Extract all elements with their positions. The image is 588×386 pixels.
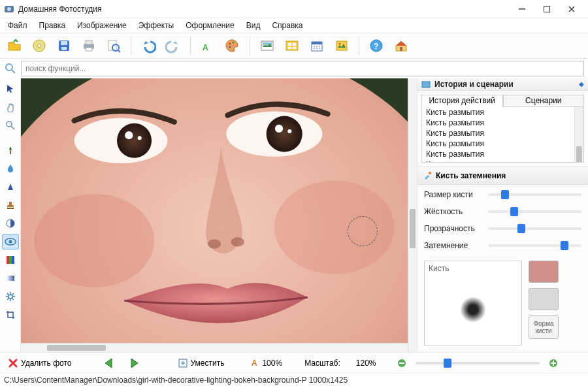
- history-list[interactable]: Кисть размытияКисть размытияКисть размыт…: [421, 107, 584, 163]
- svg-rect-35: [10, 151, 11, 154]
- param-hard-slider[interactable]: [488, 208, 581, 216]
- svg-point-34: [7, 121, 12, 127]
- history-scrollbar[interactable]: [574, 107, 583, 162]
- svg-rect-67: [553, 361, 554, 366]
- toolbar-sep: [250, 37, 250, 55]
- scale-100-button[interactable]: A 100%: [249, 357, 285, 369]
- menu-effects[interactable]: Эффекты: [133, 20, 180, 31]
- svg-point-39: [8, 240, 12, 244]
- history-row[interactable]: Кисть размытия: [422, 107, 583, 118]
- svg-text:A: A: [203, 43, 208, 52]
- eye-tool-icon[interactable]: [2, 234, 19, 249]
- zoom-out-button[interactable]: [395, 357, 409, 369]
- svg-rect-41: [9, 256, 12, 264]
- close-button[interactable]: [559, 3, 584, 16]
- svg-rect-43: [7, 276, 14, 281]
- svg-text:?: ?: [374, 42, 378, 51]
- redo-icon[interactable]: [163, 35, 184, 56]
- menu-help[interactable]: Справка: [267, 20, 308, 31]
- search-input[interactable]: [21, 61, 584, 76]
- gear-tool-icon[interactable]: [2, 289, 19, 304]
- menu-file[interactable]: Файл: [3, 20, 33, 31]
- param-dark-label: Затемнение: [424, 241, 483, 250]
- history-row[interactable]: Кисть размытия: [422, 149, 583, 159]
- svg-rect-23: [293, 43, 296, 46]
- cone-tool-icon[interactable]: [2, 179, 19, 195]
- preview-icon[interactable]: [103, 35, 124, 56]
- fit-button[interactable]: Уместить: [176, 357, 227, 369]
- image-icon[interactable]: [257, 35, 278, 56]
- app-icon: [4, 4, 14, 14]
- delete-photo-button[interactable]: Удалить фото: [5, 357, 74, 370]
- next-button[interactable]: [125, 356, 143, 370]
- svg-point-17: [233, 42, 235, 44]
- menu-image[interactable]: Изображение: [72, 20, 132, 31]
- zoom-tool-icon[interactable]: [2, 118, 19, 133]
- brush-shape-button[interactable]: Форма кисти: [529, 315, 559, 339]
- save-icon[interactable]: [54, 35, 74, 56]
- scale-100-label: 100%: [262, 359, 282, 368]
- horizontal-scrollbar[interactable]: [21, 343, 408, 352]
- hand-tool-icon[interactable]: [2, 99, 19, 115]
- svg-point-53: [275, 125, 283, 133]
- svg-rect-11: [86, 48, 92, 51]
- palette-icon[interactable]: [222, 35, 243, 56]
- history-row[interactable]: Кисть размытия: [422, 128, 583, 138]
- fit-label: Уместить: [190, 359, 224, 368]
- svg-rect-40: [7, 256, 9, 264]
- vertical-scrollbar[interactable]: [408, 78, 417, 352]
- tab-scenarios[interactable]: Сценарии: [503, 95, 585, 108]
- calendar-icon[interactable]: [306, 35, 327, 56]
- history-row[interactable]: Кисть затемнения: [422, 159, 583, 163]
- menu-view[interactable]: Вид: [241, 20, 266, 31]
- pointer-tool-icon[interactable]: [2, 81, 19, 97]
- svg-rect-10: [86, 40, 92, 44]
- color-swatch-primary[interactable]: [529, 261, 559, 283]
- collapse-icon[interactable]: ◆: [579, 80, 584, 88]
- param-size-slider[interactable]: [488, 191, 581, 199]
- window-title: Домашняя Фотостудия: [18, 5, 510, 14]
- gradient-tool-icon[interactable]: [2, 270, 19, 286]
- zoom-in-button[interactable]: [546, 357, 561, 369]
- open-icon[interactable]: [4, 35, 25, 56]
- param-dark-slider[interactable]: [488, 242, 581, 249]
- history-panel-icon: [421, 80, 431, 89]
- brush-preview-label: Кисть: [429, 264, 449, 273]
- tab-history[interactable]: История действий: [421, 95, 503, 108]
- param-size-label: Размер кисти: [424, 190, 483, 199]
- contrast-tool-icon[interactable]: [2, 216, 19, 231]
- maximize-button[interactable]: [534, 3, 559, 16]
- home-icon[interactable]: [391, 35, 412, 56]
- svg-rect-8: [61, 47, 67, 50]
- status-path: C:\Users\ContentManager\Downloads\girl-w…: [4, 376, 348, 385]
- tool-panel: [0, 78, 21, 352]
- brush-section-title: Кисть затемнения: [436, 171, 506, 180]
- wetbrush-tool-icon[interactable]: [2, 142, 19, 158]
- main-toolbar: A ?: [0, 33, 588, 59]
- status-bar: C:\Users\ContentManager\Downloads\girl-w…: [0, 373, 588, 386]
- history-row[interactable]: Кисть размытия: [422, 138, 583, 149]
- minimize-button[interactable]: [510, 3, 534, 16]
- print-icon[interactable]: [78, 35, 99, 56]
- canvas[interactable]: [21, 78, 408, 343]
- drop-tool-icon[interactable]: [2, 161, 19, 176]
- undo-icon[interactable]: [138, 35, 159, 56]
- history-row[interactable]: Кисть размытия: [422, 118, 583, 128]
- text-icon[interactable]: A: [197, 35, 218, 56]
- svg-point-44: [8, 295, 12, 298]
- menu-edit[interactable]: Правка: [34, 20, 71, 31]
- zoom-slider[interactable]: [416, 359, 540, 367]
- param-opac-slider[interactable]: [488, 225, 581, 233]
- svg-rect-64: [399, 362, 404, 364]
- help-icon[interactable]: ?: [366, 35, 387, 56]
- stamp-tool-icon[interactable]: [2, 197, 19, 213]
- prev-button[interactable]: [100, 356, 118, 370]
- svg-rect-59: [422, 82, 430, 88]
- color-swatch-secondary[interactable]: [529, 288, 559, 310]
- crop-tool-icon[interactable]: [2, 307, 19, 323]
- cd-icon[interactable]: [29, 35, 50, 56]
- colorbars-tool-icon[interactable]: [2, 252, 19, 268]
- menu-design[interactable]: Оформление: [180, 20, 239, 31]
- slide-icon[interactable]: [331, 35, 352, 56]
- slides-icon[interactable]: [282, 35, 302, 56]
